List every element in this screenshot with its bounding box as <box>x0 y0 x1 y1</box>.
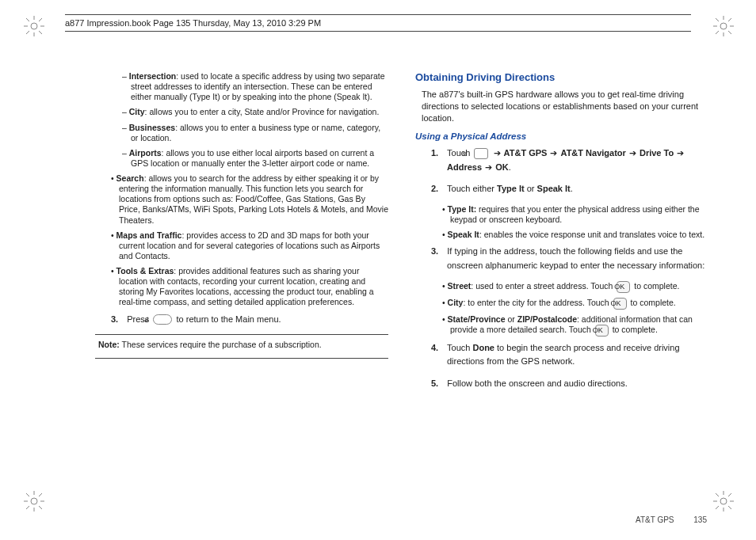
back-key-icon <box>153 314 172 325</box>
option-label: Type It <box>497 184 525 193</box>
step-text: Follow both the onscreen and audio direc… <box>447 378 627 388</box>
right-column: Obtaining Driving Directions The a877's … <box>415 71 708 510</box>
list-item: Maps and Traffic: provides access to 2D … <box>111 230 388 261</box>
note-text: These services require the purchase of a… <box>120 340 322 349</box>
list-item: Airports: allows you to use either local… <box>122 148 388 169</box>
svg-line-8 <box>39 18 42 21</box>
step-text: Touch <box>447 343 472 352</box>
item-label-airports: Airports <box>129 148 162 158</box>
item-text: : allows you to use either local airport… <box>131 148 374 168</box>
step-number: 3. <box>431 246 438 256</box>
divider <box>95 358 388 359</box>
svg-line-17 <box>728 18 731 21</box>
svg-line-23 <box>26 493 29 496</box>
svg-line-15 <box>728 31 731 34</box>
item-label-search: Search <box>116 173 144 183</box>
step-1: 1. Touch ➔ AT&T GPS ➔ AT&T Navigator ➔ D… <box>431 146 708 174</box>
step-text: If typing in the address, touch the foll… <box>447 246 704 270</box>
note-label: Note: <box>98 340 120 349</box>
page-header-metadata: a877 Impression.book Page 135 Thursday, … <box>65 14 691 32</box>
item-label-tools: Tools & Extras <box>116 266 174 276</box>
step-number: 4. <box>431 343 438 352</box>
ok-key-icon: OK <box>617 281 630 293</box>
item-label-zip: ZIP/Postalcode <box>517 314 577 324</box>
item-label-speakit: Speak It <box>448 230 479 239</box>
item-text: to complete. <box>610 325 658 334</box>
step-5: 5. Follow both the onscreen and audio di… <box>431 377 708 391</box>
svg-line-6 <box>39 31 42 34</box>
item-label-city: City <box>129 107 145 116</box>
section-title: Obtaining Driving Directions <box>415 71 708 84</box>
svg-point-27 <box>720 498 727 504</box>
nav-path: AT&T Navigator <box>561 148 628 158</box>
svg-point-9 <box>720 23 727 29</box>
item-label-intersection: Intersection <box>129 71 177 81</box>
item-text: : enables the voice response unit and tr… <box>479 230 704 239</box>
nav-path: Drive To <box>640 148 676 158</box>
nav-path: AT&T GPS <box>504 148 550 158</box>
svg-line-5 <box>26 18 29 21</box>
nav-path: OK <box>495 162 509 172</box>
arrow-icon: ➔ <box>676 148 685 158</box>
step-number: 5. <box>431 378 438 388</box>
item-label-businesses: Businesses <box>129 123 175 132</box>
divider <box>95 334 388 335</box>
arrow-icon: ➔ <box>484 162 493 172</box>
item-text: or <box>506 314 517 324</box>
footer-page-number: 135 <box>693 515 707 524</box>
item-text: to complete. <box>628 298 676 307</box>
item-label-typeit: Type It: <box>448 204 477 214</box>
intro-paragraph: The a877's built-in GPS hardware allows … <box>422 89 708 124</box>
list-item: Intersection: used to locate a specific … <box>122 71 388 102</box>
svg-line-34 <box>716 506 719 509</box>
svg-line-26 <box>39 493 42 496</box>
svg-line-24 <box>39 506 42 509</box>
step-text: Touch either <box>447 184 497 193</box>
option-label: Done <box>472 343 494 352</box>
svg-line-14 <box>716 18 719 21</box>
list-item: Tools & Extras: provides additional feat… <box>111 266 388 308</box>
step-4: 4. Touch Done to begin the search proces… <box>431 341 708 369</box>
step-2: 2. Touch either Type It or Speak It. <box>431 182 708 196</box>
svg-line-25 <box>26 506 29 509</box>
svg-line-16 <box>716 31 719 34</box>
option-label: Speak It <box>537 184 571 193</box>
svg-line-7 <box>26 31 29 34</box>
arrow-icon: ➔ <box>549 148 558 158</box>
step-text: or <box>527 184 537 193</box>
item-label-city: City <box>448 298 464 307</box>
decoration-bottom-left <box>22 489 46 513</box>
list-item: Street: used to enter a street address. … <box>442 281 708 293</box>
item-text: requires that you enter the physical add… <box>450 204 700 224</box>
step-3: 3. If typing in the address, touch the f… <box>431 245 708 272</box>
svg-line-32 <box>716 493 719 496</box>
item-text: : allows you to search for the address b… <box>119 173 388 225</box>
list-item: State/Province or ZIP/Postalcode: additi… <box>442 314 708 337</box>
item-label-state: State/Province <box>448 314 506 324</box>
menu-key-icon <box>474 148 488 159</box>
list-item: Type It: requires that you enter the phy… <box>442 204 708 225</box>
item-text: : used to enter a street address. Touch <box>471 281 615 291</box>
step-end: . <box>571 184 573 193</box>
step-3-left: 3. Press to return to the Main menu. <box>111 313 388 327</box>
step-text-after: to return to the Main menu. <box>177 314 281 324</box>
decoration-bottom-right <box>712 489 735 513</box>
arrow-icon: ➔ <box>628 148 637 158</box>
decoration-top-right <box>712 14 735 38</box>
ok-key-icon: OK <box>595 325 609 337</box>
nav-path: Address <box>447 162 484 172</box>
footer-section: AT&T GPS <box>636 515 674 524</box>
item-label-street: Street <box>448 281 472 291</box>
list-item: City: to enter the city for the address.… <box>442 298 708 310</box>
item-text: : to enter the city for the address. Tou… <box>463 298 611 307</box>
item-text: : allows you to enter a city, State and/… <box>145 107 380 116</box>
subsection-title: Using a Physical Address <box>415 131 708 142</box>
page-footer: AT&T GPS 135 <box>636 515 707 524</box>
ok-key-icon: OK <box>613 298 627 310</box>
step-end: . <box>509 162 511 172</box>
step-number: 1. <box>431 148 438 158</box>
step-text: Touch <box>447 148 472 158</box>
list-item: Speak It: enables the voice response uni… <box>442 230 708 240</box>
svg-point-0 <box>31 23 37 29</box>
page-content: Intersection: used to locate a specific … <box>95 71 708 510</box>
